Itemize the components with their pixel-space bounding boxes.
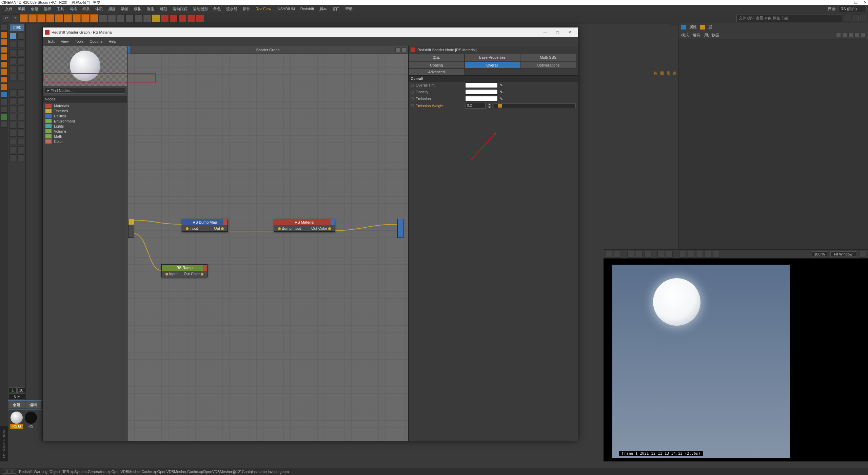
menu-pipe[interactable]: 流水线 — [224, 5, 240, 13]
tool-btn[interactable] — [9, 138, 16, 145]
tb-rs[interactable] — [170, 14, 178, 22]
tool-btn[interactable] — [17, 106, 24, 112]
tb-tool[interactable] — [73, 14, 81, 22]
nav-menu-icon[interactable] — [861, 33, 865, 37]
tool-btn[interactable] — [9, 146, 16, 153]
menu-mesh[interactable]: 网格 — [67, 5, 79, 13]
tool-btn[interactable] — [17, 122, 24, 129]
tool-btn[interactable] — [17, 154, 24, 161]
tb-tool[interactable] — [143, 14, 151, 22]
rv-btn[interactable] — [606, 251, 612, 258]
mat-edit[interactable]: 编辑 — [25, 401, 42, 409]
mode-btn[interactable] — [1, 99, 7, 105]
tb-tool[interactable] — [134, 14, 142, 22]
tb-tool[interactable] — [108, 14, 116, 22]
node-category[interactable]: Utilities — [45, 114, 124, 118]
menu-file[interactable]: 文件 — [3, 5, 15, 13]
menu-spline[interactable]: 样条 — [80, 5, 92, 13]
menu-render[interactable]: 渲染 — [144, 5, 157, 13]
tool-btn[interactable] — [9, 33, 16, 40]
port-out-icon[interactable] — [221, 227, 224, 230]
toolbar-menu-strip[interactable]: 文件 编辑 查看 对象 标签 书签 — [736, 15, 842, 22]
rv-btn[interactable] — [636, 251, 643, 258]
emission-weight-input[interactable]: 0.2 — [465, 103, 486, 109]
tool-btn[interactable] — [9, 57, 16, 64]
rv-btn[interactable] — [644, 251, 651, 258]
tab-msss[interactable]: Multi-SSS — [520, 54, 576, 62]
mode-btn[interactable] — [1, 76, 7, 83]
menu-plugin[interactable]: 插件 — [240, 5, 253, 13]
eyedropper-icon[interactable]: ✎ — [500, 97, 505, 101]
tb-rs[interactable] — [187, 14, 195, 22]
menu-volume[interactable]: 体积 — [93, 5, 105, 13]
graph-tool-icon[interactable] — [401, 48, 406, 52]
dmenu-help[interactable]: Help — [106, 38, 119, 44]
anim-dot-icon[interactable] — [411, 97, 414, 100]
mode-btn[interactable] — [1, 106, 7, 113]
attr-mode[interactable]: 模式 — [681, 33, 689, 38]
mode-btn[interactable] — [1, 114, 7, 120]
rv-canvas[interactable]: Frame 1 2021-12-11 13:34:12 (2.36s) — [604, 259, 868, 461]
tool-btn[interactable] — [17, 146, 24, 153]
mode-btn[interactable] — [1, 121, 7, 128]
node-category[interactable]: Math — [45, 134, 124, 138]
tb-tool[interactable] — [125, 14, 134, 22]
frame-start[interactable]: 1 — [9, 387, 17, 393]
node-category[interactable]: Environment — [45, 119, 124, 123]
nav-up-icon[interactable] — [842, 33, 847, 37]
vtab[interactable]: 场次 — [665, 25, 672, 111]
tool-btn[interactable] — [9, 154, 16, 161]
mode-btn[interactable] — [1, 91, 7, 98]
port-out-icon[interactable] — [328, 227, 331, 230]
tb-tool[interactable] — [64, 14, 72, 22]
vtab[interactable]: 对象 — [672, 25, 678, 111]
dialog-max[interactable]: ▢ — [551, 30, 564, 35]
frame-end[interactable]: 10 — [17, 387, 25, 393]
tb-tool[interactable] — [20, 14, 28, 22]
tb-tool[interactable] — [90, 14, 98, 22]
node-category[interactable]: Textures — [45, 109, 124, 113]
anim-dot-icon[interactable] — [411, 91, 414, 94]
rv-btn[interactable] — [614, 251, 621, 258]
rv-btn[interactable] — [859, 251, 866, 258]
tb-rs[interactable] — [161, 14, 169, 22]
window-max[interactable]: ❐ — [854, 0, 857, 5]
tab-overall[interactable]: Overall — [465, 62, 520, 69]
tab-basic[interactable]: 基本 — [409, 54, 465, 62]
mode-btn[interactable] — [1, 54, 7, 60]
menu-select[interactable]: 选择 — [41, 5, 54, 13]
menu-sim[interactable]: 模拟 — [132, 5, 144, 13]
window-min[interactable]: — — [844, 0, 848, 5]
color-swatch[interactable] — [465, 89, 498, 95]
tool-btn[interactable] — [9, 89, 16, 96]
slider-handle-icon[interactable] — [498, 104, 502, 108]
tb-rs[interactable] — [196, 14, 204, 22]
mode-btn[interactable] — [1, 24, 7, 31]
tool-btn[interactable] — [9, 114, 16, 120]
color-swatch[interactable] — [465, 82, 498, 88]
attr-userdata[interactable]: 用户数据 — [704, 33, 719, 38]
menu-insydium[interactable]: INSYDIUM — [274, 6, 297, 12]
tool-btn[interactable] — [9, 97, 16, 104]
emission-weight-slider[interactable] — [494, 103, 576, 108]
nav-back-icon[interactable] — [836, 33, 841, 37]
nav-fwd-icon[interactable] — [848, 33, 853, 37]
menu-snap[interactable]: 捕捉 — [106, 5, 118, 13]
mat-create[interactable]: 创建 — [8, 401, 25, 409]
port-out-icon[interactable] — [201, 273, 203, 276]
menu-sculpt[interactable]: 雕刻 — [157, 5, 170, 13]
tool-btn[interactable] — [17, 74, 24, 80]
mode-btn[interactable] — [1, 32, 7, 38]
rv-btn[interactable] — [666, 251, 673, 258]
tool-btn[interactable] — [17, 89, 24, 96]
edge-node[interactable] — [128, 219, 134, 238]
tool-btn[interactable] — [17, 114, 24, 120]
mode-btn[interactable] — [1, 39, 7, 45]
dmenu-tools[interactable]: Tools — [72, 38, 86, 44]
anim-dot-icon[interactable] — [411, 84, 414, 87]
port-in-icon[interactable] — [165, 273, 168, 276]
menu-track[interactable]: 运动跟踪 — [170, 5, 190, 13]
mode-btn[interactable] — [1, 69, 7, 75]
rv-zoom[interactable]: 100 % — [812, 251, 827, 257]
attr-tab-layers[interactable]: 层 — [708, 24, 712, 30]
